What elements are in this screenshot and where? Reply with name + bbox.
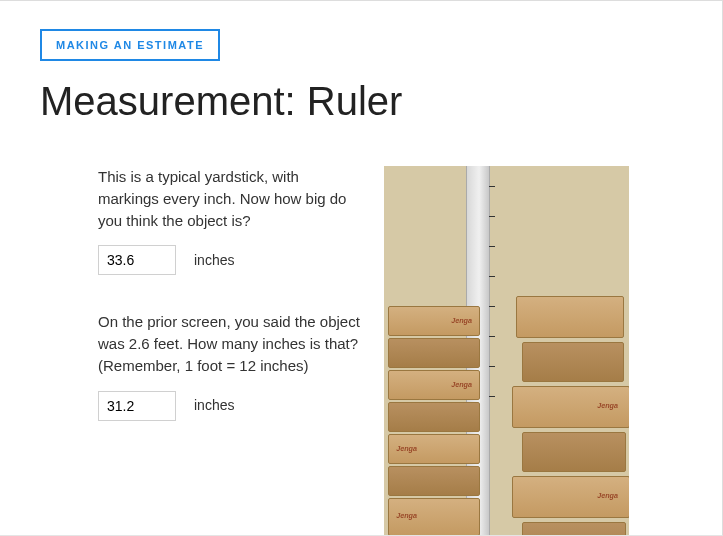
jenga-logo: Jenga [451, 316, 472, 325]
question-1-input[interactable] [98, 245, 176, 275]
jenga-block: Jenga [388, 306, 480, 336]
jenga-logo: Jenga [396, 444, 417, 453]
jenga-logo: Jenga [451, 380, 472, 389]
jenga-logo: Jenga [597, 491, 618, 500]
jenga-block [388, 402, 480, 432]
question-2-unit: inches [194, 395, 234, 415]
question-1-prompt: This is a typical yardstick, with markin… [98, 166, 360, 231]
question-1-unit: inches [194, 250, 234, 270]
jenga-block [522, 522, 626, 536]
jenga-block: Jenga [512, 476, 629, 518]
jenga-block: Jenga [512, 386, 629, 428]
category-badge: MAKING AN ESTIMATE [40, 29, 220, 61]
jenga-block: Jenga [388, 434, 480, 464]
jenga-block: Jenga [388, 370, 480, 400]
question-2-prompt: On the prior screen, you said the object… [98, 311, 360, 376]
question-2-input[interactable] [98, 391, 176, 421]
jenga-logo: Jenga [396, 511, 417, 520]
jenga-block [388, 338, 480, 368]
question-panel: This is a typical yardstick, with markin… [40, 166, 360, 536]
jenga-block [516, 296, 624, 338]
jenga-block [522, 432, 626, 472]
page-title: Measurement: Ruler [40, 79, 682, 124]
jenga-block [388, 466, 480, 496]
jenga-block: Jenga [388, 498, 480, 536]
reference-image: Jenga Jenga Jenga Jenga Jenga [384, 166, 629, 536]
jenga-logo: Jenga [597, 401, 618, 410]
jenga-block [522, 342, 624, 382]
